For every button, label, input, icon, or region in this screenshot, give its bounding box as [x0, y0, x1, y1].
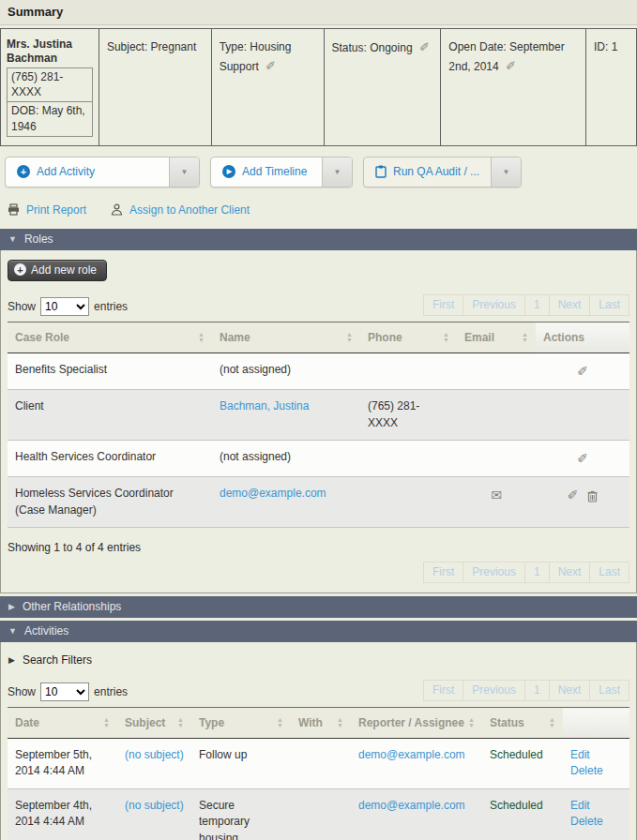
chevron-right-icon: ▶ [8, 655, 15, 665]
roles-table: Case Role▲▼ Name▲▼ Phone▲▼ Email▲▼ Actio… [8, 322, 629, 528]
clipboard-icon [375, 165, 387, 178]
email-cell [457, 440, 536, 476]
show-label: Show [8, 300, 36, 313]
column-header-status[interactable]: Status▲▼ [482, 708, 563, 739]
pagination-next[interactable]: Next [549, 562, 590, 582]
column-header-case-role[interactable]: Case Role▲▼ [8, 322, 212, 352]
search-filters-toggle[interactable]: ▶ Search Filters [8, 652, 629, 667]
table-row: Client Bachman, Justina (765) 281-XXXX [8, 390, 629, 441]
run-qa-audit-button[interactable]: Run QA Audit / ... [364, 158, 491, 187]
pencil-icon[interactable]: ✐ [568, 488, 579, 502]
assign-to-another-client-link[interactable]: Assign to Another Client [111, 203, 250, 217]
add-new-role-button[interactable]: + Add new role [8, 260, 107, 281]
entries-label: entries [94, 685, 128, 698]
run-qa-audit-dropdown-caret[interactable]: ▼ [491, 158, 521, 187]
trash-icon[interactable] [587, 488, 598, 502]
sort-icon[interactable]: ▲▼ [337, 717, 343, 728]
with-cell [291, 788, 351, 840]
delete-link[interactable]: Delete [570, 764, 603, 777]
pagination-first[interactable]: First [424, 295, 463, 315]
client-name-link[interactable]: Bachman, Justina [220, 399, 309, 412]
pagination-previous[interactable]: Previous [463, 295, 524, 315]
pagination-next[interactable]: Next [549, 681, 590, 700]
name-cell: (not assigned) [212, 352, 360, 389]
pagination-page-1[interactable]: 1 [524, 295, 549, 315]
column-header-phone[interactable]: Phone▲▼ [360, 322, 457, 352]
sort-icon[interactable]: ▲▼ [277, 717, 283, 728]
edit-link[interactable]: Edit [570, 748, 590, 761]
sort-icon[interactable]: ▲▼ [522, 332, 528, 343]
delete-link[interactable]: Delete [570, 815, 603, 828]
case-id-cell: ID: 1 [586, 29, 637, 146]
column-header-with[interactable]: With▲▼ [291, 708, 351, 739]
case-role-cell: Benefits Specialist [8, 352, 212, 389]
edit-status-pencil-icon[interactable]: ✐ [419, 40, 430, 54]
column-header-type[interactable]: Type▲▼ [191, 708, 291, 739]
column-header-actions: Actions [536, 322, 629, 352]
edit-type-pencil-icon[interactable]: ✐ [265, 59, 276, 73]
column-header-email[interactable]: Email▲▼ [457, 322, 536, 352]
reporter-email-link[interactable]: demo@example.com [358, 799, 465, 812]
activity-subject-link[interactable]: (no subject) [125, 748, 184, 761]
column-header-name[interactable]: Name▲▼ [212, 322, 360, 352]
coordinator-email-link[interactable]: demo@example.com [220, 487, 326, 500]
phone-cell [360, 440, 457, 476]
date-cell: September 5th, 2014 4:44 AM [8, 739, 117, 789]
pagination-last[interactable]: Last [589, 681, 629, 700]
roles-section-body: + Add new role Show 10 entries First Pre… [0, 250, 637, 593]
add-activity-button[interactable]: + Add Activity [6, 158, 169, 187]
chevron-right-icon: ▶ [8, 602, 15, 611]
pencil-icon[interactable]: ✐ [577, 451, 588, 466]
type-cell: Follow up [191, 739, 291, 789]
pagination-next[interactable]: Next [549, 295, 590, 315]
sort-icon[interactable]: ▲▼ [177, 717, 184, 728]
pagination-page-1[interactable]: 1 [524, 562, 549, 582]
sort-icon[interactable]: ▲▼ [443, 332, 449, 343]
other-relationships-section-header[interactable]: ▶ Other Relationships [0, 596, 637, 618]
column-header-subject[interactable]: Subject▲▼ [117, 708, 191, 739]
activities-page-size-select[interactable]: 10 [40, 682, 89, 701]
roles-section-header[interactable]: ▼ Roles [0, 229, 637, 250]
status-cell: Scheduled [482, 788, 563, 840]
assign-client-label: Assign to Another Client [129, 203, 250, 217]
column-header-reporter[interactable]: Reporter / Assignee▲▼ [351, 708, 482, 739]
add-timeline-dropdown-caret[interactable]: ▼ [322, 158, 352, 187]
phone-cell: (765) 281-XXXX [360, 390, 457, 441]
pagination-last[interactable]: Last [589, 562, 629, 582]
sort-icon[interactable]: ▲▼ [549, 717, 555, 728]
case-role-cell: Health Services Coordinator [8, 440, 212, 476]
edit-link[interactable]: Edit [570, 799, 590, 812]
pagination-previous[interactable]: Previous [463, 681, 524, 700]
add-timeline-label: Add Timeline [242, 165, 307, 178]
pagination-previous[interactable]: Previous [463, 562, 524, 582]
pencil-icon[interactable]: ✐ [577, 364, 588, 379]
column-header-date[interactable]: Date▲▼ [8, 708, 117, 739]
activities-pagination-top: First Previous 1 Next Last [423, 680, 629, 701]
print-report-link[interactable]: Print Report [8, 203, 86, 217]
date-cell: September 4th, 2014 4:44 AM [8, 788, 117, 840]
sort-icon[interactable]: ▲▼ [346, 332, 353, 343]
activity-subject-link[interactable]: (no subject) [125, 799, 184, 812]
sort-icon[interactable]: ▲▼ [103, 717, 110, 728]
pagination-first[interactable]: First [424, 681, 463, 700]
play-circle-icon: ▶ [222, 165, 235, 178]
edit-open-date-pencil-icon[interactable]: ✐ [506, 59, 516, 73]
sort-icon[interactable]: ▲▼ [198, 332, 205, 343]
pagination-page-1[interactable]: 1 [524, 681, 549, 700]
client-name: Mrs. Justina Bachman [7, 38, 93, 66]
table-row: Homeless Services Coordinator (Case Mana… [8, 477, 629, 528]
add-activity-label: Add Activity [37, 165, 95, 178]
add-timeline-button[interactable]: ▶ Add Timeline [211, 158, 322, 187]
sort-icon[interactable]: ▲▼ [468, 717, 475, 728]
pagination-last[interactable]: Last [589, 295, 629, 315]
activities-section-header[interactable]: ▼ Activities [0, 621, 637, 642]
reporter-email-link[interactable]: demo@example.com [358, 748, 465, 761]
case-role-cell: Client [8, 390, 212, 441]
pagination-first[interactable]: First [424, 562, 463, 582]
table-row: Health Services Coordinator (not assigne… [8, 440, 629, 476]
name-cell: demo@example.com [212, 477, 360, 528]
envelope-icon[interactable]: ✉ [491, 488, 502, 502]
activities-section-title: Activities [24, 624, 68, 638]
add-activity-dropdown-caret[interactable]: ▼ [169, 158, 199, 187]
roles-page-size-select[interactable]: 10 [40, 297, 89, 316]
